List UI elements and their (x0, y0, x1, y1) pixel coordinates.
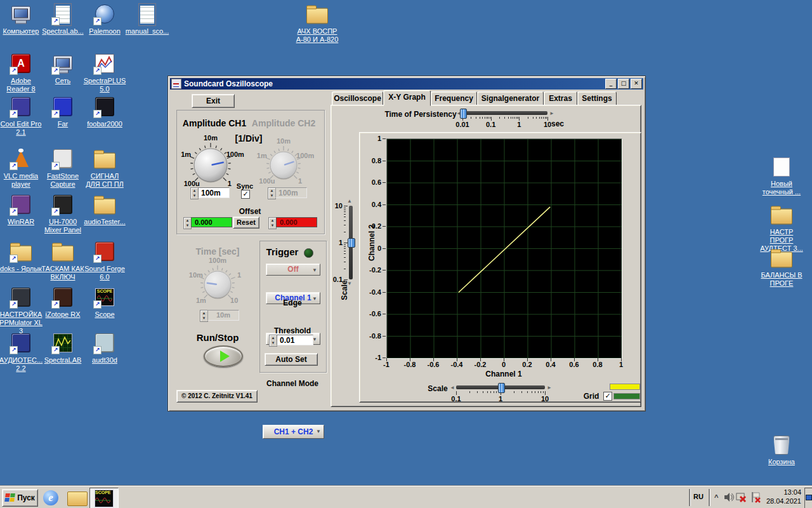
folder-icon (306, 4, 329, 25)
desktop-icon[interactable]: ↗audt30d (82, 333, 127, 364)
x-tick-label: 0 (492, 361, 515, 368)
close-button[interactable]: ✕ (631, 79, 642, 89)
update-blocked-icon[interactable] (736, 491, 747, 503)
task-button-scope[interactable]: SCOPE (89, 488, 119, 508)
slider-right-arrow[interactable]: ► (549, 110, 554, 116)
xy-plot[interactable] (386, 138, 622, 359)
desktop-icon[interactable]: ↗НАСТРОЙКА PPMulator XL 3 (0, 287, 43, 335)
ch1-value-field[interactable]: 100m (198, 187, 230, 198)
axis-tick-mark (383, 138, 386, 139)
desktop-icon[interactable]: SCOPE↗Scope (82, 287, 127, 319)
offset-label: Offset (225, 207, 275, 216)
slider-handle[interactable] (348, 238, 355, 248)
threshold-field[interactable]: 0.01 (277, 335, 313, 345)
desktop-icon[interactable]: ↗АУДИОТЕС... 2.2 (0, 333, 43, 373)
desktop-icon[interactable]: A↗Adobe Reader 8 (0, 53, 43, 93)
start-button[interactable]: Пуск (2, 489, 38, 507)
doc-icon: ↗ (51, 4, 74, 25)
desktop-icon[interactable]: ↗SpectraPLUS 5.0 (82, 53, 127, 93)
y-tick-label: 0.8 (362, 157, 381, 164)
exit-button[interactable]: Exit (192, 94, 235, 108)
slider-left-arrow[interactable]: ◄ (450, 385, 455, 391)
show-desktop-button[interactable] (804, 488, 812, 508)
desktop-icon[interactable]: ↗Сеть (41, 53, 85, 85)
knob-scale-label: 1 (287, 177, 313, 185)
desktop-icon-label: Cool Edit Pro 2.1 (0, 120, 43, 137)
desktop-icon[interactable]: БАЛАНСЫ В ПРОГЕ (759, 248, 804, 288)
trigger-mode-dropdown[interactable]: Off▼ (266, 264, 320, 276)
channel-mode-label: Channel Mode (253, 379, 332, 388)
desktop-icon[interactable]: Компьютер (0, 4, 43, 36)
clock-date[interactable]: 28.04.2021 (756, 497, 801, 505)
desktop-icon[interactable]: НАСТР ПРОГР АУДТЕСТ 3... (759, 204, 804, 253)
minimize-button[interactable]: _ (605, 79, 617, 89)
tab-settings[interactable]: Settings (577, 91, 617, 105)
tab-extras[interactable]: Extras (544, 91, 577, 105)
desktop-icon[interactable]: ↗iZotope RX (41, 287, 85, 319)
slider-handle[interactable] (498, 383, 505, 393)
desktop-icon[interactable]: ↗VLC media player (0, 149, 43, 189)
threshold-label: Threshold (270, 326, 315, 335)
desktop-icon[interactable]: ТАСКАМ КАК ВКЛЮЧ (41, 241, 85, 281)
ch1-offset-field[interactable]: 0.000 (191, 217, 232, 227)
slider-up-arrow[interactable]: ▲ (347, 198, 352, 204)
x-scale-slider[interactable]: ◄►0.1110 (454, 382, 559, 403)
x-tick-label: 0.4 (539, 361, 562, 368)
desktop-icon-label: WinRAR (0, 218, 43, 226)
tab-x-y-graph[interactable]: X-Y Graph (383, 90, 431, 106)
language-indicator[interactable]: RU (693, 493, 704, 500)
desktop-icon[interactable]: СИГНАЛ ДЛЯ СП ПЛ (82, 149, 127, 189)
window-titlebar[interactable]: Soundcard Oszilloscope _ □ ✕ (170, 78, 643, 90)
desktop-icon[interactable]: АЧХ ВОСПР А-80 И А-820 (295, 4, 339, 44)
globe-icon: ↗ (93, 4, 116, 25)
folder-icon (93, 194, 116, 216)
doc-icon (136, 4, 159, 25)
y-tick-label: -0.6 (362, 310, 381, 318)
runstop-button[interactable] (204, 345, 243, 367)
slider-tick-label: 10 (534, 395, 556, 403)
desktop-icon[interactable]: ↗doks - Ярлык (0, 241, 43, 273)
desktop-icon[interactable]: ↗SpectraLAB (41, 333, 85, 364)
desktop-icon[interactable]: manual_sco... (125, 4, 169, 36)
tab-signalgenerator[interactable]: Signalgenerator (477, 91, 544, 105)
slider-track[interactable] (462, 111, 547, 115)
slider-tick-label: 0.1 (445, 395, 468, 403)
tab-oscilloscope[interactable]: Oscilloscope (332, 91, 383, 105)
volume-icon[interactable] (723, 491, 735, 503)
desktop-icon-label: АУДИОТЕС... 2.2 (0, 356, 43, 373)
desktop-icon[interactable]: ↗Far (41, 97, 85, 128)
quick-launch-folder-icon[interactable] (67, 491, 88, 506)
clock-time[interactable]: 13:04 (764, 488, 801, 496)
desktop-icon[interactable]: ↗FastStone Capture (41, 149, 85, 189)
computer-icon (10, 4, 32, 25)
slider-right-arrow[interactable]: ► (547, 385, 552, 391)
sync-checkbox[interactable]: ✓ (241, 190, 250, 199)
autoset-button[interactable]: Auto Set (265, 353, 318, 366)
grid-checkbox[interactable]: ✓ (603, 392, 612, 401)
desktop-icon[interactable]: ↗Palemoon (82, 4, 127, 36)
desktop-icon-label: НАСТРОЙКА PPMulator XL 3 (0, 311, 43, 335)
maximize-button[interactable]: □ (618, 79, 629, 89)
desktop-icon[interactable]: ↗foobar2000 (82, 97, 127, 128)
desktop-icon[interactable]: Новый точечный ... (759, 156, 804, 196)
desktop-icon[interactable]: Корзина (759, 434, 804, 466)
axis-tick-mark (551, 358, 551, 361)
desktop-icon[interactable]: ↗UH-7000 Mixer Panel (41, 194, 85, 234)
ch2-offset-field[interactable]: 0.000 (276, 217, 317, 227)
axis-tick-mark (621, 358, 622, 361)
offset-reset-button[interactable]: Reset (233, 217, 259, 229)
desktop-icon[interactable]: ↗SpectraLab... (41, 4, 85, 36)
shortcut-arrow-icon: ↗ (51, 162, 60, 170)
slider-handle[interactable] (460, 109, 467, 119)
internet-explorer-icon[interactable]: e (43, 490, 58, 505)
tray-chevron-icon[interactable]: ^ (714, 493, 718, 501)
persistency-slider[interactable]: ◄►0.010.1110 (457, 108, 559, 130)
desktop-icon[interactable]: ↗WinRAR (0, 194, 43, 226)
desktop-icon[interactable]: ↗Sound Forge 6.0 (82, 241, 127, 281)
desktop-icon[interactable]: ↗Cool Edit Pro 2.1 (0, 97, 43, 137)
axis-tick-mark (383, 161, 386, 161)
app-icon: ↗ (10, 194, 32, 216)
desktop-icon[interactable]: audioTester... (82, 194, 127, 226)
channel-mode-dropdown[interactable]: CH1 + CH2▼ (263, 425, 324, 439)
tab-frequency[interactable]: Frequency (431, 91, 477, 105)
